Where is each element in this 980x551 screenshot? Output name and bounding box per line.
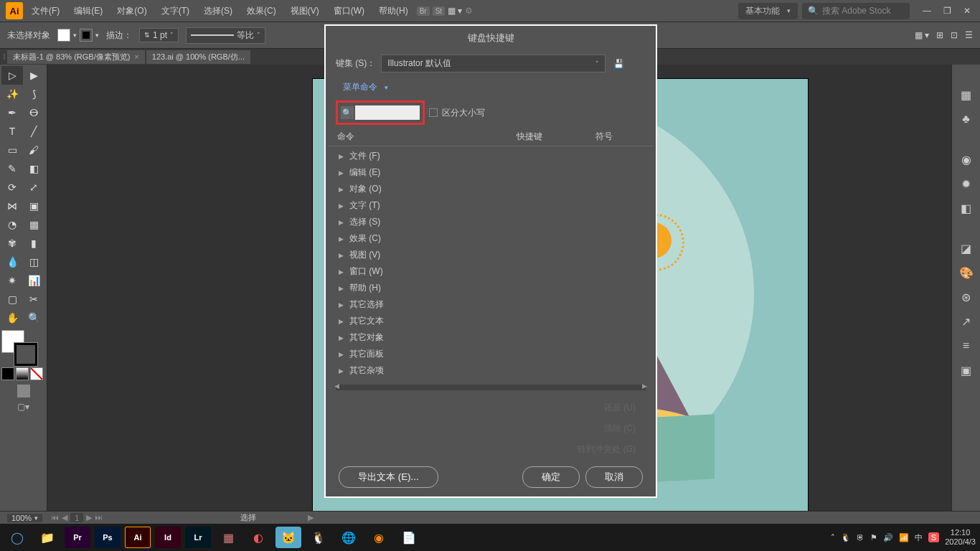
cmd-item[interactable]: ▶其它面板: [336, 346, 646, 362]
menu-edit[interactable]: 编辑(E): [68, 2, 108, 20]
rotate-tool[interactable]: ⟳: [1, 178, 23, 197]
menu-select[interactable]: 选择(S): [198, 2, 238, 20]
keyset-select[interactable]: Illustrator 默认值 ˅: [381, 55, 606, 72]
lightroom-icon[interactable]: Lr: [185, 527, 211, 548]
tray-icon[interactable]: 🐧: [841, 533, 851, 542]
cmd-item[interactable]: ▶对象 (O): [336, 181, 646, 197]
document-tab-2[interactable]: 123.ai @ 100% (RGB/仿...: [146, 50, 250, 64]
artboard-number[interactable]: 1: [70, 513, 83, 522]
cancel-button[interactable]: 取消: [585, 466, 643, 488]
panel-menu-icon[interactable]: ☰: [965, 30, 973, 40]
libraries-panel-icon[interactable]: ♣: [958, 110, 975, 128]
width-tool[interactable]: ⋈: [1, 197, 23, 215]
qq-icon[interactable]: 🐧: [306, 527, 331, 548]
eraser-tool[interactable]: ◧: [23, 159, 44, 178]
menu-object[interactable]: 对象(O): [111, 2, 152, 20]
close-button[interactable]: ✕: [960, 6, 974, 16]
browser-icon[interactable]: ◯: [4, 527, 30, 548]
scroll-handle[interactable]: ▶: [308, 513, 314, 522]
indesign-icon[interactable]: Id: [155, 527, 181, 548]
export-text-button[interactable]: 导出文本 (E)...: [339, 466, 438, 488]
isolate-icon[interactable]: ⊡: [951, 30, 958, 40]
brushes-panel-icon[interactable]: 🎨: [958, 264, 975, 281]
photoshop-icon[interactable]: Ps: [95, 527, 121, 548]
none-mode[interactable]: [30, 367, 43, 380]
symbol-sprayer-tool[interactable]: ✷: [1, 271, 23, 290]
magic-wand-tool[interactable]: ✨: [1, 85, 23, 103]
export-panel-icon[interactable]: ↗: [958, 313, 975, 330]
network-icon[interactable]: 📶: [899, 533, 909, 542]
save-set-icon[interactable]: 💾: [611, 57, 626, 71]
swatches-panel-icon[interactable]: ◪: [958, 240, 975, 257]
cmd-item[interactable]: ▶编辑 (E): [336, 164, 646, 181]
pen-tool[interactable]: ✒: [1, 103, 23, 122]
direct-selection-tool[interactable]: ▶: [23, 66, 44, 85]
notepad-icon[interactable]: 📄: [396, 527, 422, 548]
cmd-item[interactable]: ▶文件 (F): [336, 148, 646, 164]
delete-set-icon[interactable]: 🗑: [631, 57, 646, 71]
cmd-item[interactable]: ▶选择 (S): [336, 214, 646, 230]
blend-tool[interactable]: ◫: [23, 253, 44, 271]
workspace-switcher[interactable]: 基本功能: [738, 3, 798, 19]
cmd-item[interactable]: ▶效果 (C): [336, 230, 646, 247]
document-tab-1[interactable]: 未标题-1 @ 83% (RGB/像素预览) ×: [7, 50, 145, 64]
illustrator-icon[interactable]: Ai: [125, 527, 151, 548]
mesh-tool[interactable]: ✾: [1, 234, 23, 253]
stock-search[interactable]: 🔍 搜索 Adobe Stock: [802, 3, 910, 19]
stock-icon[interactable]: St: [433, 6, 445, 16]
cmd-item[interactable]: ▶窗口 (W): [336, 263, 646, 280]
curvature-tool[interactable]: ⴱ: [23, 103, 44, 122]
zoom-tool[interactable]: 🔍: [23, 309, 44, 327]
menu-effect[interactable]: 效果(C): [241, 2, 282, 20]
shortcut-search-input[interactable]: [355, 105, 420, 120]
artboard-nav[interactable]: ⏮◀ 1 ▶⏭: [51, 513, 103, 522]
premiere-icon[interactable]: Pr: [65, 527, 90, 548]
graph-tool[interactable]: 📊: [23, 271, 44, 290]
align-icon[interactable]: ▦ ▾: [915, 30, 929, 40]
fill-swatch[interactable]: [57, 29, 70, 42]
layers-panel-icon[interactable]: ≡: [958, 337, 975, 354]
app-icon[interactable]: ◉: [366, 527, 392, 548]
stroke-swatch[interactable]: [80, 29, 93, 42]
color-swatches[interactable]: [1, 327, 45, 366]
artboards-panel-icon[interactable]: ▣: [958, 362, 975, 379]
cmd-item[interactable]: ▶其它选择: [336, 296, 646, 313]
close-icon[interactable]: ×: [134, 52, 138, 61]
hand-tool[interactable]: ✋: [1, 309, 23, 327]
cmd-item[interactable]: ▶其它杂项: [336, 362, 646, 379]
scale-tool[interactable]: ⤢: [23, 178, 44, 197]
symbols-panel-icon[interactable]: ⊛: [958, 288, 975, 306]
cmd-item[interactable]: ▶文字 (T): [336, 197, 646, 214]
shaper-tool[interactable]: ✎: [1, 159, 23, 178]
zoom-select[interactable]: 100%▾: [7, 514, 42, 522]
lasso-tool[interactable]: ⟆: [23, 85, 44, 103]
transform-icon[interactable]: ⊞: [936, 30, 943, 40]
color-panel-icon[interactable]: ✹: [958, 175, 975, 192]
paintbrush-tool[interactable]: 🖌: [23, 141, 44, 159]
eyedropper-tool[interactable]: 💧: [1, 253, 23, 271]
sogou-icon[interactable]: S: [928, 532, 939, 542]
stroke-color[interactable]: [14, 343, 37, 366]
app-icon[interactable]: ▦: [215, 527, 241, 548]
horizontal-scrollbar[interactable]: [336, 385, 646, 390]
type-tool[interactable]: T: [1, 122, 23, 141]
clock[interactable]: 12:10 2020/4/3: [945, 528, 976, 547]
tray-icon[interactable]: ⚑: [870, 533, 877, 542]
menu-window[interactable]: 窗口(W): [328, 2, 370, 20]
color-mode[interactable]: [1, 367, 14, 380]
ime-icon[interactable]: 中: [915, 532, 923, 543]
cmd-item[interactable]: ▶视图 (V): [336, 247, 646, 263]
explorer-icon[interactable]: 📁: [34, 527, 60, 548]
draw-mode[interactable]: [17, 385, 30, 397]
tray-icon[interactable]: ⛨: [857, 533, 864, 542]
gradient-mode[interactable]: [16, 367, 29, 380]
selection-tool[interactable]: ▷: [1, 66, 23, 85]
gradient-tool[interactable]: ▮: [23, 234, 44, 253]
app-icon[interactable]: 🐱: [275, 527, 301, 548]
arrange-icon[interactable]: ▦ ▾: [448, 6, 462, 16]
cmd-item[interactable]: ▶帮助 (H): [336, 280, 646, 296]
slice-tool[interactable]: ✂: [23, 290, 44, 309]
menu-help[interactable]: 帮助(H): [373, 2, 414, 20]
shape-builder-tool[interactable]: ◔: [1, 215, 23, 234]
stroke-weight[interactable]: ⇅1 pt˅: [139, 28, 179, 42]
